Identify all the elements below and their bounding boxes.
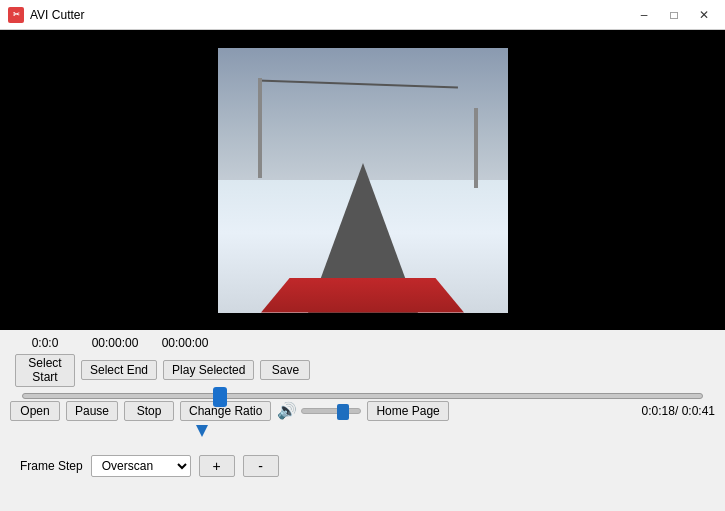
volume-section: 🔊 [277, 401, 361, 420]
main-slider-thumb[interactable] [213, 387, 227, 407]
select-start-button[interactable]: SelectStart [15, 354, 75, 387]
controls-area: 0:0:0 00:00:00 00:00:00 SelectStart Sele… [0, 330, 725, 485]
title-bar: ✂ AVI Cutter – □ ✕ [0, 0, 725, 30]
button-row-2: Open Pause Stop Change Ratio 🔊 Home Page… [10, 401, 715, 421]
maximize-button[interactable]: □ [661, 5, 687, 25]
app-icon-symbol: ✂ [13, 10, 20, 19]
pole-left [258, 78, 262, 178]
minus-button[interactable]: - [243, 455, 279, 477]
time-display-3: 00:00:00 [155, 336, 215, 350]
main-slider-track[interactable] [22, 393, 703, 399]
app-title: AVI Cutter [30, 8, 631, 22]
play-selected-button[interactable]: Play Selected [163, 360, 254, 380]
open-button[interactable]: Open [10, 401, 60, 421]
time-display-2: 00:00:00 [85, 336, 145, 350]
stop-button[interactable]: Stop [124, 401, 174, 421]
video-area [0, 30, 725, 330]
video-frame [218, 48, 508, 313]
overscan-dropdown[interactable]: Overscan Fit Stretch [91, 455, 191, 477]
frame-step-label: Frame Step [20, 459, 83, 473]
time-row: 0:0:0 00:00:00 00:00:00 [10, 336, 715, 350]
position-row [10, 425, 715, 445]
pole-right [474, 108, 478, 188]
select-end-button[interactable]: Select End [81, 360, 157, 380]
save-button[interactable]: Save [260, 360, 310, 380]
home-page-button[interactable]: Home Page [367, 401, 448, 421]
position-arrow [196, 425, 208, 437]
volume-slider-track[interactable] [301, 408, 361, 414]
button-row-1: SelectStart Select End Play Selected Sav… [10, 354, 715, 387]
window-controls: – □ ✕ [631, 5, 717, 25]
volume-icon: 🔊 [277, 401, 297, 420]
pause-button[interactable]: Pause [66, 401, 118, 421]
close-button[interactable]: ✕ [691, 5, 717, 25]
time-display-1: 0:0:0 [15, 336, 75, 350]
position-marker [30, 425, 695, 445]
minimize-button[interactable]: – [631, 5, 657, 25]
plus-button[interactable]: + [199, 455, 235, 477]
volume-slider-thumb[interactable] [337, 404, 349, 420]
time-counter: 0:0:18/ 0:0:41 [615, 404, 715, 418]
app-icon: ✂ [8, 7, 24, 23]
bottom-row: Frame Step Overscan Fit Stretch + - [10, 451, 715, 481]
main-slider-row [10, 393, 715, 399]
